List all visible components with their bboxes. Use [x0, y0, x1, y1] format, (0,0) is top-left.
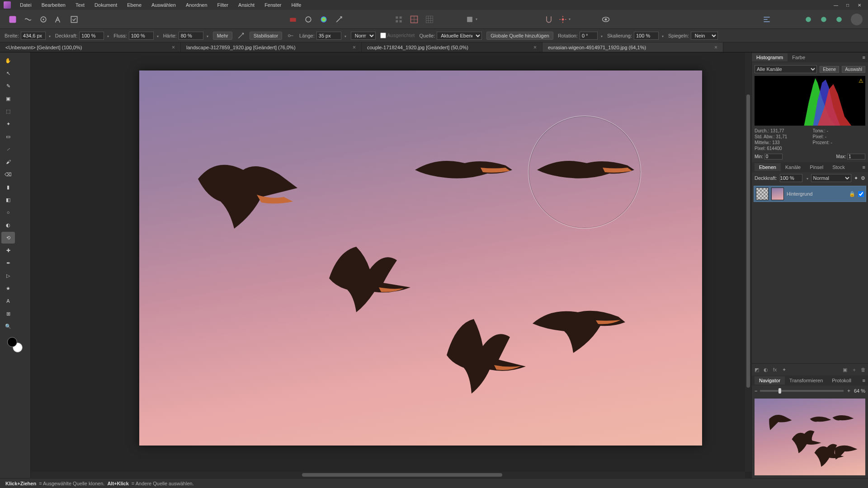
hand-tool[interactable]: ✋	[1, 55, 15, 66]
move-tool[interactable]: ↖	[1, 67, 15, 79]
canvas-area[interactable]	[31, 52, 751, 478]
mehr-button[interactable]: Mehr	[213, 32, 232, 40]
color-picker-tool[interactable]: ✎	[1, 80, 15, 92]
clone-tool[interactable]: ⟲	[1, 232, 15, 244]
hist-auswahl-button[interactable]: Auswahl	[842, 66, 865, 73]
minimize-button[interactable]: —	[831, 1, 841, 9]
persona-export-icon[interactable]	[67, 12, 81, 27]
blend-mode-select[interactable]: Normal	[351, 32, 376, 40]
doc-tab-2-close[interactable]: ×	[533, 44, 537, 51]
deckkraft-input[interactable]	[79, 32, 104, 40]
haerte-input[interactable]	[179, 32, 203, 40]
laenge-input[interactable]	[316, 32, 341, 40]
tab-pinsel[interactable]: Pinsel	[805, 163, 828, 171]
menu-auswaehlen[interactable]: Auswählen	[147, 1, 180, 9]
pen-tool[interactable]: ✒	[1, 257, 15, 269]
assist-dropdown[interactable]	[557, 12, 571, 27]
doc-tab-2[interactable]: couple-1718244_1920.jpg [Geändert] (50,0…	[362, 42, 542, 52]
persona-liquify-icon[interactable]	[21, 12, 35, 27]
tab-transformieren[interactable]: Transformieren	[785, 376, 827, 385]
arrange-4-icon[interactable]	[722, 12, 737, 27]
gradient-tool[interactable]: ◧	[1, 194, 15, 206]
mesh-tool[interactable]: ⊞	[1, 308, 15, 319]
navigator-panel-menu-icon[interactable]: ≡	[860, 378, 868, 383]
paint-brush-tool[interactable]: 🖌	[1, 156, 15, 168]
grid-a-icon[interactable]	[392, 12, 406, 27]
doc-tab-3[interactable]: eurasian-wigeon-4914971_1920.jpg (64,1%)…	[542, 42, 723, 52]
zoom-slider[interactable]	[760, 390, 843, 392]
layer-opacity-input[interactable]	[780, 174, 802, 182]
canvas-h-scrollbar[interactable]	[31, 472, 745, 478]
tab-stock[interactable]: Stock	[828, 163, 849, 171]
menu-datei[interactable]: Datei	[15, 1, 36, 9]
maximize-button[interactable]: □	[843, 1, 853, 9]
text-tool[interactable]: A	[1, 295, 15, 307]
rope-icon[interactable]	[287, 32, 295, 40]
hist-min-input[interactable]	[764, 154, 783, 160]
color-swatch[interactable]	[7, 337, 23, 352]
grid-c-icon[interactable]	[422, 12, 437, 27]
align-icon[interactable]	[760, 12, 774, 27]
menu-fenster[interactable]: Fenster	[260, 1, 286, 9]
menu-ebene[interactable]: Ebene	[123, 1, 146, 9]
layer-fx2-icon[interactable]: fx	[771, 366, 779, 374]
account-avatar[interactable]	[851, 14, 863, 25]
layer-add-icon[interactable]: ＋	[850, 366, 858, 374]
histogram-panel-menu-icon[interactable]: ≡	[860, 55, 868, 60]
tab-navigator[interactable]: Navigator	[755, 376, 785, 385]
layer-blend-select[interactable]: Normal	[811, 174, 851, 182]
layer-lock-icon[interactable]: 🔒	[849, 191, 855, 197]
quick-mask-icon[interactable]	[599, 12, 613, 27]
doc-tab-0[interactable]: <Unbenannt> [Geändert] (100,0%)×	[0, 42, 181, 52]
dodge-tool[interactable]: ○	[1, 206, 15, 218]
menu-ansicht[interactable]: Ansicht	[234, 1, 259, 9]
channels-select[interactable]: Alle Kanäle	[755, 65, 817, 73]
tab-histogramm[interactable]: Histogramm	[752, 53, 788, 61]
ausgerichtet-checkbox[interactable]	[380, 33, 386, 38]
hist-max-input[interactable]	[847, 154, 865, 160]
rotation-input[interactable]	[580, 32, 598, 40]
foreground-color-swatch[interactable]	[7, 337, 17, 347]
tab-protokoll[interactable]: Protokoll	[827, 376, 856, 385]
menu-anordnen[interactable]: Anordnen	[181, 1, 212, 9]
menu-bearbeiten[interactable]: Bearbeiten	[37, 1, 70, 9]
spiegeln-select[interactable]: Nein	[691, 32, 718, 40]
doc-tab-1[interactable]: landscape-3127859_1920.jpg [Geändert] (7…	[181, 42, 362, 52]
burn-tool[interactable]: ◐	[1, 219, 15, 231]
zoom-out-button[interactable]: −	[755, 388, 757, 394]
flood-select-tool[interactable]: ✦	[1, 118, 15, 130]
zoom-in-button[interactable]: ＋	[846, 387, 851, 394]
layer-row-0[interactable]: Hintergrund 🔒	[754, 186, 866, 202]
freehand-select-tool[interactable]: ⟋	[1, 143, 15, 155]
hist-ebene-button[interactable]: Ebene	[820, 66, 839, 73]
wand-tool-icon[interactable]	[332, 12, 346, 27]
layer-visible-checkbox[interactable]	[858, 191, 864, 197]
tab-ebenen[interactable]: Ebenen	[755, 163, 781, 171]
doc-tab-1-close[interactable]: ×	[353, 44, 356, 51]
menu-dokument[interactable]: Dokument	[90, 1, 122, 9]
arrange-1-icon[interactable]	[676, 12, 691, 27]
layer-live-icon[interactable]: ✦	[780, 366, 788, 374]
globale-quelle-button[interactable]: Globale Quelle hinzufügen	[486, 32, 553, 40]
layer-group-icon[interactable]: ▣	[841, 366, 849, 374]
swatch-red-icon[interactable]	[286, 12, 300, 27]
snap-icon[interactable]	[542, 12, 556, 27]
menu-hilfe[interactable]: Hilfe	[287, 1, 306, 9]
navigator-thumbnail[interactable]	[755, 399, 865, 475]
cloud-1-icon[interactable]	[801, 12, 816, 27]
quelle-select[interactable]: Aktuelle Ebene	[437, 32, 482, 40]
layer-mask-icon[interactable]: ◩	[753, 366, 761, 374]
tab-farbe[interactable]: Farbe	[788, 53, 810, 61]
document-canvas[interactable]	[139, 70, 702, 446]
layer-fx-icon[interactable]: ✦	[854, 175, 858, 181]
pressure-icon[interactable]	[237, 32, 245, 40]
persona-photo-icon[interactable]	[5, 12, 20, 27]
layer-adjust-icon[interactable]: ◐	[762, 366, 770, 374]
doc-tab-3-close[interactable]: ×	[714, 44, 717, 51]
arrange-2-icon[interactable]	[692, 12, 706, 27]
layers-panel-menu-icon[interactable]: ≡	[860, 164, 868, 170]
persona-develop-icon[interactable]	[36, 12, 51, 27]
healing-tool[interactable]: ✚	[1, 244, 15, 256]
tab-kanaele[interactable]: Kanäle	[781, 163, 805, 171]
skalierung-input[interactable]	[634, 32, 659, 40]
